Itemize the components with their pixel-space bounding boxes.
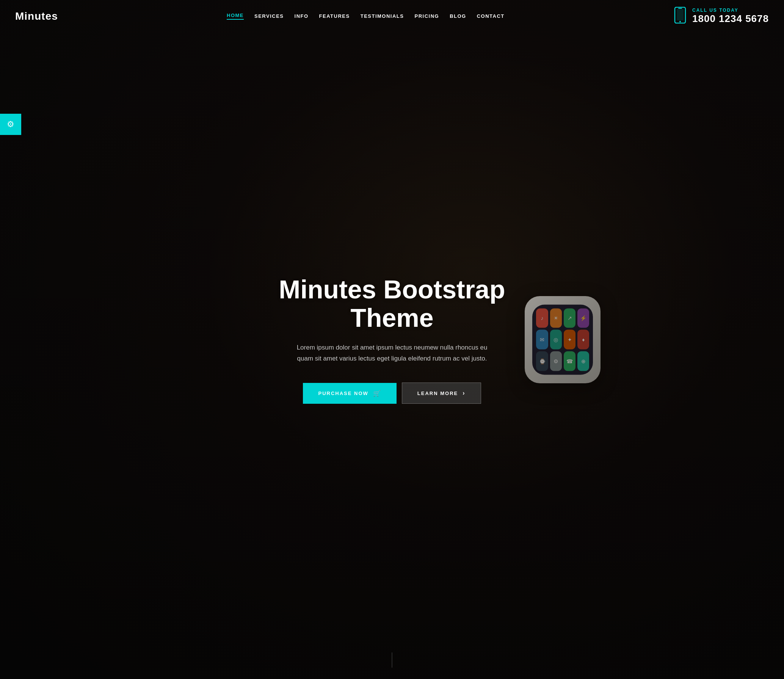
nav-item-blog[interactable]: BLOG <box>450 13 466 19</box>
scroll-indicator <box>392 652 392 668</box>
nav-item-testimonials[interactable]: TESTIMONIALS <box>361 13 404 19</box>
cart-icon: 🛒 <box>373 390 381 397</box>
hero-buttons: PURCHASE NOW 🛒 LEARN MORE › <box>263 383 521 404</box>
phone-number: 1800 1234 5678 <box>692 13 769 25</box>
purchase-label: PURCHASE NOW <box>318 390 368 396</box>
chevron-right-icon: › <box>463 390 465 397</box>
nav-item-features[interactable]: FEATURES <box>319 13 350 19</box>
contact-info: CALL US TODAY 1800 1234 5678 <box>692 8 769 25</box>
nav-item-services[interactable]: SERVICES <box>254 13 284 19</box>
phone-icon <box>673 7 687 25</box>
svg-rect-3 <box>678 8 682 9</box>
header: Minutes HOME SERVICES INFO FEATURES TEST… <box>0 0 784 32</box>
hero-content: Minutes Bootstrap Theme Lorem ipsum dolo… <box>256 275 528 404</box>
learn-more-label: LEARN MORE <box>417 390 458 396</box>
call-us-label: CALL US TODAY <box>692 8 769 13</box>
svg-rect-1 <box>677 9 684 20</box>
gear-icon: ⚙ <box>7 119 14 129</box>
header-contact: CALL US TODAY 1800 1234 5678 <box>673 7 769 25</box>
learn-more-button[interactable]: LEARN MORE › <box>402 383 481 404</box>
nav-item-pricing[interactable]: PRICING <box>414 13 439 19</box>
scroll-line <box>392 652 392 668</box>
hero-description: Lorem ipsum dolor sit amet ipsum lectus … <box>290 342 494 364</box>
hero-title: Minutes Bootstrap Theme <box>263 275 521 332</box>
svg-point-2 <box>679 21 681 22</box>
logo[interactable]: Minutes <box>15 10 58 22</box>
nav-item-contact[interactable]: CONTACT <box>477 13 505 19</box>
settings-button[interactable]: ⚙ <box>0 114 21 135</box>
hero-section: ♪☀↗⚡✉◎✦♦⌚⚙☎⊕ Minutes Bootstrap Theme Lor… <box>0 0 784 679</box>
purchase-now-button[interactable]: PURCHASE NOW 🛒 <box>303 383 396 404</box>
nav-item-home[interactable]: HOME <box>227 13 244 20</box>
nav-item-info[interactable]: INFO <box>295 13 309 19</box>
main-nav: HOME SERVICES INFO FEATURES TESTIMONIALS… <box>227 13 505 20</box>
